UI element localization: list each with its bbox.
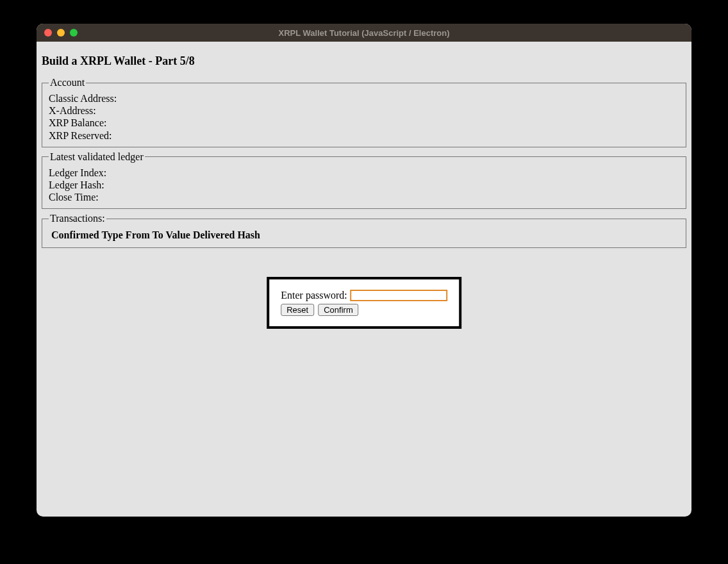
ledger-index-label: Ledger Index: <box>49 167 679 179</box>
tx-header-to: To <box>153 229 163 240</box>
xrp-reserved-label: XRP Reserved: <box>49 129 679 142</box>
transactions-headers: Confirmed Type From To Value Delivered H… <box>49 228 679 242</box>
classic-address-label: Classic Address: <box>49 92 679 104</box>
tx-header-hash: Hash <box>237 229 260 240</box>
x-address-label: X-Address: <box>49 104 679 117</box>
password-label: Enter password: <box>281 290 347 301</box>
titlebar: XRPL Wallet Tutorial (JavaScript / Elect… <box>37 24 691 42</box>
window-maximize-button[interactable] <box>70 29 78 37</box>
xrp-balance-label: XRP Balance: <box>49 117 679 129</box>
tx-header-type: Type <box>101 229 122 240</box>
traffic-lights <box>37 29 78 37</box>
password-modal: Enter password: Reset Confirm <box>267 277 461 329</box>
app-window: XRPL Wallet Tutorial (JavaScript / Elect… <box>37 24 691 517</box>
transactions-fieldset: Transactions: Confirmed Type From To Val… <box>42 213 686 248</box>
tx-header-from: From <box>126 229 150 240</box>
tx-header-confirmed: Confirmed <box>51 229 99 240</box>
transactions-legend: Transactions: <box>49 213 106 224</box>
account-fieldset: Account Classic Address: X-Address: XRP … <box>42 77 686 147</box>
window-minimize-button[interactable] <box>57 29 65 37</box>
account-legend: Account <box>49 77 86 88</box>
reset-button[interactable]: Reset <box>281 304 314 316</box>
password-row: Enter password: <box>281 290 447 301</box>
page-title: Build a XRPL Wallet - Part 5/8 <box>42 54 686 68</box>
tx-header-value: Value <box>165 229 190 240</box>
content-area: Build a XRPL Wallet - Part 5/8 Account C… <box>37 42 691 257</box>
modal-buttons: Reset Confirm <box>281 304 447 316</box>
tx-header-delivered: Delivered <box>193 229 235 240</box>
ledger-hash-label: Ledger Hash: <box>49 179 679 191</box>
confirm-button[interactable]: Confirm <box>318 304 359 316</box>
ledger-fieldset: Latest validated ledger Ledger Index: Le… <box>42 151 686 210</box>
window-close-button[interactable] <box>44 29 52 37</box>
window-title: XRPL Wallet Tutorial (JavaScript / Elect… <box>37 28 691 38</box>
password-input[interactable] <box>350 290 447 301</box>
ledger-legend: Latest validated ledger <box>49 151 145 163</box>
close-time-label: Close Time: <box>49 191 679 203</box>
